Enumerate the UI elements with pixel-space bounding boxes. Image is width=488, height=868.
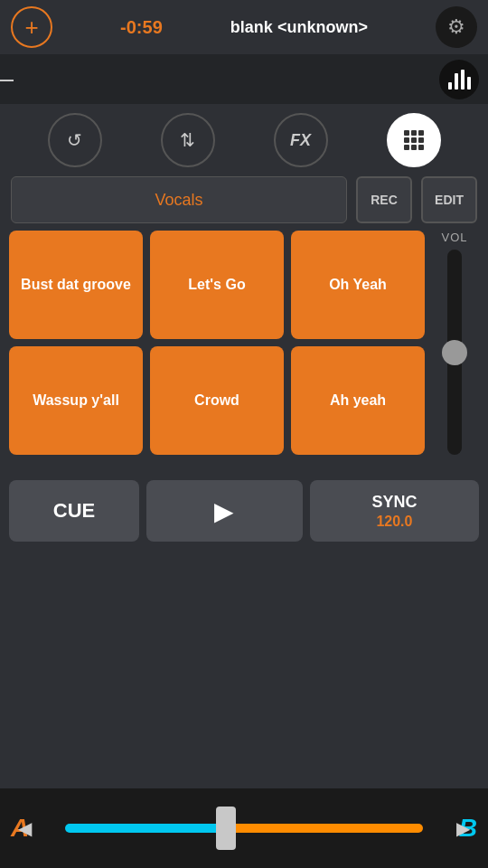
- pad-1-label: Bust dat groove: [21, 277, 131, 293]
- cue-label: CUE: [53, 499, 95, 522]
- playhead-marker: [0, 80, 14, 81]
- pads-grid: Bust dat groove Let's Go Oh Yeah Wassup …: [9, 231, 425, 455]
- transport-row: CUE ▶ SYNC 120.0: [0, 469, 488, 552]
- pad-6[interactable]: Ah yeah: [291, 346, 425, 455]
- pad-2[interactable]: Let's Go: [150, 231, 284, 339]
- crossfader-row: A ◀ ▶ B: [0, 788, 488, 868]
- meter-button[interactable]: [439, 60, 479, 99]
- rec-button[interactable]: REC: [356, 176, 412, 223]
- pad-3[interactable]: Oh Yeah: [291, 231, 425, 339]
- edit-label: EDIT: [435, 193, 464, 207]
- plus-icon: +: [24, 14, 38, 42]
- header: + -0:59 blank <unknown> ⚙: [0, 0, 488, 54]
- sync-button[interactable]: SYNC 120.0: [310, 480, 479, 542]
- crossfader-track[interactable]: [65, 824, 423, 833]
- volume-thumb[interactable]: [442, 340, 467, 365]
- crossfader-left-arrow[interactable]: ◀: [18, 817, 32, 839]
- crossfader-wrapper: ◀ ▶: [40, 824, 448, 833]
- pad-5-label: Crowd: [194, 392, 239, 409]
- play-button[interactable]: ▶: [146, 480, 303, 542]
- fx-button[interactable]: FX: [274, 113, 328, 167]
- eq-button[interactable]: ⇅: [161, 113, 215, 167]
- fx-label: FX: [290, 131, 311, 150]
- channel-selector[interactable]: Vocals: [11, 176, 347, 223]
- waveform-area: [0, 54, 488, 104]
- pad-4-label: Wassup y'all: [33, 392, 119, 409]
- pads-volume-area: Bust dat groove Let's Go Oh Yeah Wassup …: [0, 231, 488, 455]
- grid-icon: [404, 130, 424, 150]
- grid-button[interactable]: [387, 113, 441, 167]
- pad-1[interactable]: Bust dat groove: [9, 231, 143, 339]
- edit-button[interactable]: EDIT: [421, 176, 477, 223]
- vocals-row: Vocals REC EDIT: [0, 176, 488, 223]
- crossfader-right-arrow[interactable]: ▶: [456, 817, 470, 839]
- controls-row: ↺ ⇅ FX: [0, 104, 488, 176]
- sync-label: SYNC: [371, 493, 417, 512]
- pad-3-label: Oh Yeah: [329, 277, 387, 293]
- pad-6-label: Ah yeah: [330, 392, 386, 409]
- cue-button[interactable]: CUE: [9, 480, 139, 542]
- play-icon: ▶: [214, 496, 234, 526]
- pad-5[interactable]: Crowd: [150, 346, 284, 455]
- sync-bpm: 120.0: [376, 514, 412, 530]
- pad-4[interactable]: Wassup y'all: [9, 346, 143, 455]
- add-button[interactable]: +: [11, 6, 52, 48]
- volume-track[interactable]: [447, 250, 462, 455]
- track-name: blank <unknown>: [230, 18, 368, 37]
- crossfader-thumb[interactable]: [216, 807, 236, 850]
- pad-2-label: Let's Go: [188, 277, 245, 293]
- volume-control: VOL: [425, 231, 479, 455]
- eq-icon: ⇅: [180, 129, 195, 151]
- settings-button[interactable]: ⚙: [436, 6, 477, 48]
- volume-label: VOL: [441, 231, 467, 244]
- channel-name: Vocals: [155, 191, 202, 210]
- timer-display: -0:59: [120, 17, 163, 38]
- gear-icon: ⚙: [447, 15, 465, 39]
- loop-icon: ↺: [67, 129, 82, 151]
- rec-label: REC: [371, 193, 398, 207]
- loop-button[interactable]: ↺: [48, 113, 102, 167]
- meter-icon: [448, 70, 471, 90]
